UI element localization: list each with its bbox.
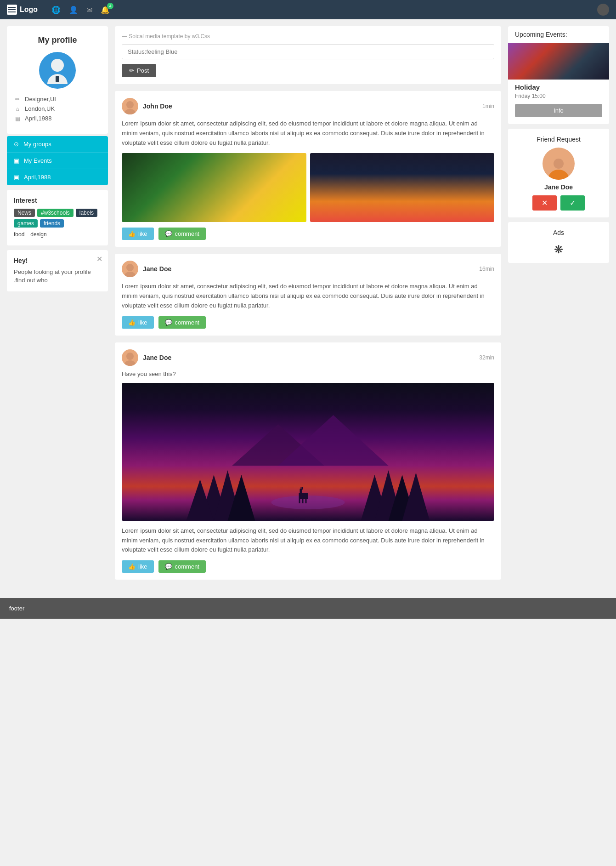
interest-title: Interest — [14, 197, 101, 204]
avatar-body-3 — [124, 360, 136, 366]
avatar-person — [47, 59, 68, 82]
friend-request-card: Friend Request Jane Doe ✕ ✓ — [508, 129, 609, 217]
edit-icon: ✏ — [14, 96, 21, 103]
post-images-1 — [122, 153, 494, 222]
accept-icon: ✓ — [570, 199, 576, 207]
avatar-tie — [56, 76, 59, 82]
avatar-body-2 — [124, 272, 136, 277]
event-date: Friday 15:00 — [508, 92, 609, 104]
tag-labels[interactable]: labels — [76, 209, 97, 217]
logo-text: Logo — [20, 6, 38, 14]
profile-location: ⌂ London,UK — [14, 105, 101, 112]
navbar-avatar[interactable] — [597, 4, 609, 16]
svg-rect-3 — [8, 11, 16, 12]
post-username-3: Jane Doe — [143, 354, 171, 361]
globe-icon[interactable]: 🌐 — [51, 6, 61, 14]
status-box: — Soical media template by w3.Css ✏ Post — [115, 26, 501, 84]
post-time-3: 32min — [479, 354, 494, 361]
birthday-text: April,1988 — [25, 115, 52, 122]
like-button-3[interactable]: 👍 like — [122, 560, 154, 573]
post-image-yellow — [122, 153, 306, 222]
like-icon-1: 👍 — [128, 230, 136, 237]
info-button[interactable]: Info — [515, 104, 602, 117]
friend-body — [548, 170, 569, 180]
profile-occupation: ✏ Designer,UI — [14, 96, 101, 103]
tag-news[interactable]: News — [14, 209, 35, 217]
deny-friend-button[interactable]: ✕ — [532, 195, 557, 211]
main-feed: — Soical media template by w3.Css ✏ Post… — [115, 26, 501, 587]
post-avatar-2 — [122, 261, 138, 277]
post-text-1: Lorem ipsum dolor sit amet, consectetur … — [122, 119, 494, 148]
comment-button-2[interactable]: 💬 comment — [158, 316, 206, 329]
post-actions-2: 👍 like 💬 comment — [122, 316, 494, 329]
interest-card: Interest News #w3schools labels games fr… — [7, 190, 108, 245]
comment-label-2: comment — [175, 319, 199, 326]
profile-menu: ⊙ My groups ▣ My Events ▣ April,1988 — [7, 136, 108, 185]
post-time-2: 16min — [479, 266, 494, 272]
bell-icon[interactable]: 🔔 4 — [101, 6, 110, 14]
post-text-2: Lorem ipsum dolor sit amet, consectetur … — [122, 282, 494, 310]
post-header-3: Jane Doe 32min — [122, 349, 494, 366]
april-label: April,1988 — [24, 174, 51, 181]
deny-icon: ✕ — [542, 199, 548, 207]
post-avatar-1 — [122, 98, 138, 114]
like-label-2: like — [138, 319, 147, 326]
ads-card: Ads ❋ — [508, 222, 609, 263]
post-username-1: John Doe — [143, 103, 172, 110]
events-icon: ▣ — [14, 157, 19, 164]
left-sidebar: My profile ✏ Designer,UI ⌂ London,UK — [7, 26, 108, 587]
like-button-2[interactable]: 👍 like — [122, 316, 154, 329]
hey-text: People looking at your profile .find out… — [14, 268, 101, 285]
status-input[interactable] — [122, 44, 494, 59]
sidebar-item-my-groups[interactable]: ⊙ My groups — [7, 136, 108, 153]
accept-friend-button[interactable]: ✓ — [560, 195, 585, 211]
date-icon: ▣ — [14, 174, 19, 181]
hey-close-button[interactable]: ✕ — [96, 255, 102, 263]
logo-icon — [7, 5, 17, 15]
navbar-logo[interactable]: Logo — [7, 5, 38, 15]
avatar-head — [51, 59, 64, 72]
sidebar-item-my-events[interactable]: ▣ My Events — [7, 153, 108, 169]
post-text-3: Lorem ipsum dolor sit amet, consectetur … — [122, 526, 494, 555]
comment-button-1[interactable]: 💬 comment — [158, 228, 206, 240]
like-button-1[interactable]: 👍 like — [122, 228, 154, 240]
tag-food[interactable]: food — [14, 230, 28, 239]
footer: footer — [0, 598, 616, 619]
ads-title: Ads — [515, 229, 602, 236]
notification-badge: 4 — [107, 3, 113, 9]
svg-rect-18 — [302, 499, 304, 503]
post-actions-3: 👍 like 💬 comment — [122, 560, 494, 573]
like-icon-2: 👍 — [128, 319, 136, 326]
post-button[interactable]: ✏ Post — [122, 64, 156, 77]
tag-friends[interactable]: friends — [40, 219, 64, 228]
tag-design[interactable]: design — [30, 230, 50, 239]
post-user-2: Jane Doe — [122, 261, 171, 277]
event-name: Holiday — [508, 80, 609, 92]
friend-head — [554, 159, 564, 169]
tags-container: News #w3schools labels games friends — [14, 209, 101, 228]
groups-label: My groups — [23, 141, 51, 148]
post-label: Post — [137, 67, 149, 74]
profile-title: My profile — [14, 35, 101, 45]
post-header-2: Jane Doe 16min — [122, 261, 494, 277]
comment-button-3[interactable]: 💬 comment — [158, 560, 206, 573]
ads-icon: ❋ — [515, 243, 602, 256]
user-icon[interactable]: 👤 — [69, 6, 78, 14]
sidebar-item-april[interactable]: ▣ April,1988 — [7, 169, 108, 185]
events-card: Upcoming Events: Holiday Friday 15:00 In… — [508, 26, 609, 124]
avatar-head-2 — [126, 264, 134, 271]
plain-tags: food design — [14, 230, 101, 239]
comment-icon-2: 💬 — [165, 319, 172, 326]
friend-actions: ✕ ✓ — [515, 195, 602, 211]
comment-label-1: comment — [175, 230, 199, 237]
post-caption-3: Have you seen this? — [122, 370, 494, 377]
event-image — [508, 43, 609, 80]
page-wrapper: My profile ✏ Designer,UI ⌂ London,UK — [0, 19, 616, 593]
post-header-1: John Doe 1min — [122, 98, 494, 114]
post-time-1: 1min — [482, 103, 494, 109]
tag-w3schools[interactable]: #w3schools — [37, 209, 73, 217]
tag-games[interactable]: games — [14, 219, 38, 228]
mail-icon[interactable]: ✉ — [86, 6, 92, 14]
comment-label-3: comment — [175, 563, 199, 570]
avatar-head-3 — [126, 353, 134, 360]
